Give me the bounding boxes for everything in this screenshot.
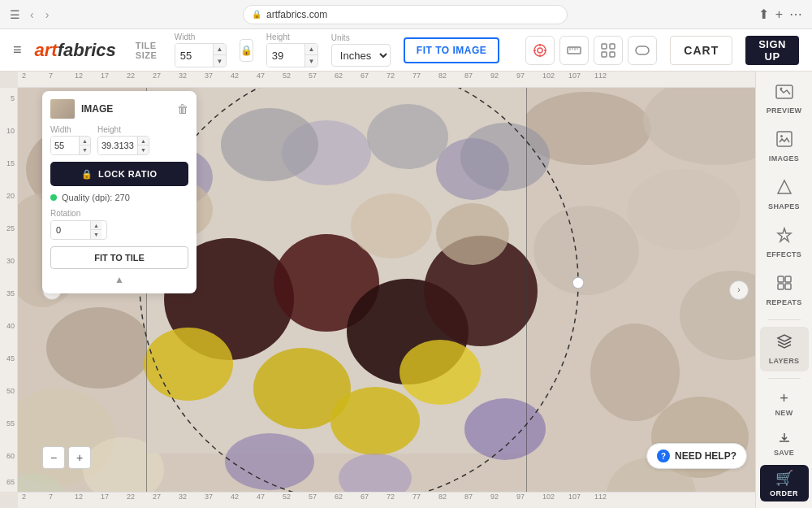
order-icon: 🛒 [775, 469, 793, 487]
sidebar-order-button[interactable]: 🛒 ORDER [760, 465, 809, 501]
rbmark-17: 17 [101, 493, 109, 501]
browser-share-button[interactable]: ⬆ [758, 7, 769, 22]
rtmark-27: 27 [153, 72, 161, 80]
cart-button[interactable]: CART [670, 36, 732, 65]
fit-to-image-button[interactable]: FIT TO IMAGE [404, 37, 499, 63]
rbmark-67: 67 [361, 493, 369, 501]
ruler-mark-50: 50 [6, 387, 15, 395]
width-up-arrow[interactable]: ▲ [213, 44, 226, 55]
svg-point-33 [460, 123, 550, 191]
canvas-nav-right-button[interactable]: › [729, 280, 749, 300]
rtmark-42: 42 [231, 72, 239, 80]
sidebar-new-button[interactable]: + NEW [760, 385, 809, 422]
svg-marker-63 [778, 180, 791, 193]
image-height-up[interactable]: ▲ [137, 137, 149, 145]
ssl-lock-icon: 🔒 [252, 10, 261, 19]
logo: artfabrics [35, 40, 116, 61]
browser-add-tab-button[interactable]: + [775, 7, 783, 22]
height-input[interactable] [267, 44, 304, 67]
sidebar-item-images[interactable]: IMAGES [760, 124, 809, 169]
panel-collapse-button[interactable]: ▲ [50, 274, 188, 285]
svg-rect-67 [785, 284, 791, 289]
sidebar-item-preview[interactable]: PREVIEW [760, 78, 809, 121]
width-down-arrow[interactable]: ▼ [213, 55, 226, 67]
svg-point-47 [351, 193, 432, 258]
canvas-area: 5 10 15 20 25 30 35 40 45 50 55 60 65 2 … [0, 72, 755, 508]
dimension-lock-button[interactable]: 🔒 [240, 39, 253, 62]
grid-tool-button[interactable] [594, 36, 623, 65]
svg-point-41 [400, 340, 481, 405]
sidebar-item-layers[interactable]: LAYERS [760, 327, 809, 371]
sidebar-item-repeats[interactable]: REPEATS [760, 268, 809, 313]
height-spinner: ▲ ▼ [266, 43, 318, 67]
target-tool-button[interactable] [525, 36, 555, 65]
shape-tool-button[interactable] [628, 36, 657, 65]
sidebar-item-shapes[interactable]: SHAPES [760, 172, 809, 217]
rotation-up[interactable]: ▲ [90, 221, 102, 230]
rbmark-92: 92 [490, 493, 499, 501]
height-down-arrow[interactable]: ▼ [304, 55, 317, 67]
image-width-input[interactable] [51, 137, 79, 154]
svg-point-40 [330, 387, 420, 455]
rtmark-62: 62 [335, 72, 343, 80]
need-help-button[interactable]: ? NEED HELP? [646, 443, 747, 469]
width-input[interactable] [175, 44, 213, 67]
svg-point-38 [144, 328, 233, 401]
ruler-tool-button[interactable] [559, 36, 589, 65]
fit-to-tile-button[interactable]: FIT TO TILE [50, 246, 188, 269]
zoom-in-button[interactable]: + [68, 446, 91, 469]
svg-rect-64 [778, 276, 784, 282]
image-width-up[interactable]: ▲ [79, 137, 90, 145]
browser-forward-button[interactable]: › [42, 7, 53, 23]
image-height-input[interactable] [98, 137, 137, 154]
svg-rect-13 [602, 52, 607, 57]
collapse-icon: ▲ [114, 274, 124, 285]
zoom-controls: − + [42, 446, 91, 469]
rbmark-57: 57 [309, 493, 317, 501]
fabric-canvas: ‹ › IMAGE 🗑 Width ▲ ▼ [18, 88, 755, 492]
ruler-mark-65: 65 [6, 478, 15, 486]
svg-point-45 [464, 398, 546, 460]
order-label: ORDER [770, 489, 798, 497]
tile-size-label: TILE SIZE [136, 41, 162, 60]
rtmark-102: 102 [542, 72, 555, 80]
lock-ratio-button[interactable]: 🔒 LOCK RATIO [50, 162, 188, 186]
svg-rect-11 [602, 44, 607, 49]
sidebar-save-button[interactable]: SAVE [760, 425, 809, 462]
browser-actions: ⬆ + ⋯ [758, 7, 802, 22]
address-bar[interactable]: 🔒 artfabrics.com [243, 5, 568, 24]
image-height-label: Height [97, 125, 149, 134]
sidebar-item-effects[interactable]: EFFECTS [760, 220, 809, 265]
url-text: artfabrics.com [266, 9, 327, 20]
rotation-arrows: ▲ ▼ [90, 221, 102, 239]
browser-more-button[interactable]: ⋯ [789, 7, 802, 22]
rtmark-47: 47 [257, 72, 265, 80]
browser-nav: ‹ › [27, 7, 52, 23]
image-width-down[interactable]: ▼ [79, 145, 90, 154]
svg-rect-56 [526, 88, 527, 492]
image-height-down[interactable]: ▼ [137, 145, 149, 154]
zoom-out-button[interactable]: − [42, 446, 65, 469]
rbmark-62: 62 [335, 493, 343, 501]
browser-sidebar-toggle[interactable]: ☰ [10, 8, 20, 21]
height-arrows: ▲ ▼ [304, 44, 317, 67]
height-up-arrow[interactable]: ▲ [304, 44, 317, 55]
menu-button[interactable]: ≡ [13, 41, 22, 59]
rotation-down[interactable]: ▼ [90, 230, 102, 239]
grid-icon [601, 43, 615, 58]
rbmark-22: 22 [127, 493, 135, 501]
rbmark-107: 107 [568, 493, 581, 501]
ruler-mark-20: 20 [6, 192, 15, 200]
units-select[interactable]: Inches [331, 44, 391, 67]
signup-button[interactable]: SIGN UP [745, 36, 799, 65]
image-delete-button[interactable]: 🗑 [177, 102, 188, 115]
ruler-icon [567, 43, 581, 58]
svg-point-43 [225, 433, 314, 490]
svg-point-50 [590, 323, 680, 421]
svg-point-58 [572, 277, 584, 289]
browser-back-button[interactable]: ‹ [27, 7, 37, 23]
rtmark-17: 17 [101, 72, 109, 80]
rotation-input[interactable] [51, 221, 90, 239]
browser-chrome: ☰ ‹ › 🔒 artfabrics.com ⬆ + ⋯ [0, 0, 812, 29]
rbmark-97: 97 [516, 493, 525, 501]
